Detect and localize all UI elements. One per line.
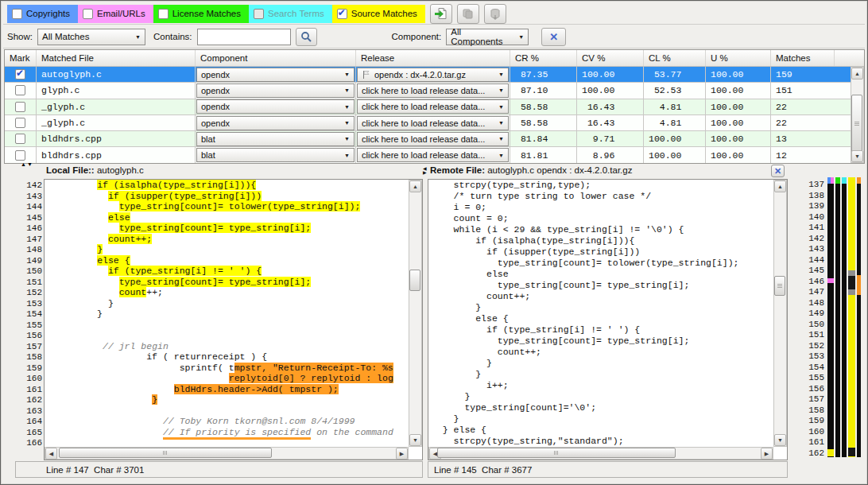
mark-cell (5, 67, 37, 82)
row-mark-checkbox[interactable] (15, 85, 25, 95)
line-number: 148 (15, 245, 42, 256)
code-line (48, 320, 409, 331)
remote-vscrollbar[interactable]: ▲ ▼ (773, 180, 787, 447)
column-header-mark[interactable]: Mark (5, 50, 37, 66)
release-select[interactable]: click here to load release data...▼ (357, 83, 509, 98)
contains-input[interactable] (197, 29, 291, 45)
scroll-left-arrow[interactable]: ◀ (45, 448, 57, 460)
scroll-down-arrow[interactable]: ▼ (409, 434, 421, 446)
column-header-cr-[interactable]: CR % (510, 50, 577, 66)
component-select[interactable]: opendx▼ (196, 68, 355, 82)
row-mark-checkbox[interactable] (15, 134, 25, 144)
code-line: } (432, 413, 773, 425)
line-number: 152 (791, 341, 824, 352)
scroll-down-arrow[interactable]: ▼ (774, 434, 786, 446)
scrollbar-thumb[interactable] (437, 448, 676, 458)
scroll-down-arrow[interactable]: ▼ (851, 150, 863, 162)
row-mark-checkbox[interactable] (15, 150, 25, 161)
license-column[interactable] (835, 177, 840, 457)
filter-chip-source-matches[interactable]: Source Matches (332, 5, 425, 23)
match-mark (827, 449, 834, 456)
horizontal-splitter[interactable]: ▲▼ (21, 161, 33, 167)
filter-checkbox[interactable] (158, 9, 169, 19)
table-row[interactable]: glyph.copendx▼click here to load release… (5, 83, 851, 99)
match-minimap[interactable] (827, 177, 861, 457)
local-vscrollbar[interactable]: ▲ ▼ (409, 180, 422, 447)
scroll-right-arrow[interactable]: ▶ (761, 448, 773, 460)
search-button[interactable] (296, 28, 317, 46)
line-number: 157 (791, 394, 824, 405)
copyrights-email-column[interactable] (827, 177, 834, 457)
component-select[interactable]: opendx▼ (196, 116, 355, 130)
clear-filter-button[interactable]: ✕ (541, 28, 566, 46)
column-header-cv-[interactable]: CV % (577, 50, 644, 66)
column-header-matches[interactable]: Matches (771, 50, 835, 66)
chevron-down-icon: ▼ (338, 120, 350, 126)
release-select[interactable]: click here to load release data...▼ (357, 132, 509, 146)
scrollbar-thumb[interactable] (59, 448, 272, 458)
scroll-up-arrow[interactable]: ▲ (851, 68, 863, 80)
table-row[interactable]: autoglyph.copendx▼opendx : dx-4.2.0.tar.… (5, 67, 851, 83)
component-select[interactable]: opendx▼ (196, 99, 355, 114)
release-select[interactable]: click here to load release data...▼ (357, 116, 509, 130)
column-header-release[interactable]: Release (356, 50, 510, 66)
filter-checkbox[interactable] (83, 9, 93, 19)
scroll-right-arrow[interactable]: ▶ (396, 448, 408, 460)
table-vscrollbar[interactable]: ▲ ▼ (851, 67, 864, 163)
table-row[interactable]: bldhdrs.cppblat▼click here to load relea… (5, 131, 851, 147)
copy-button[interactable] (457, 4, 479, 24)
local-hscrollbar[interactable]: ◀ ▶ (45, 447, 409, 460)
component-cell: blat▼ (196, 131, 356, 146)
table-row[interactable]: _glyph.copendx▼click here to load releas… (5, 99, 851, 115)
current-match-column[interactable] (857, 177, 861, 457)
scroll-up-arrow[interactable]: ▲ (409, 180, 421, 192)
filter-checkbox[interactable] (12, 9, 22, 19)
scrollbar-thumb[interactable] (774, 276, 785, 296)
scrollbar-thumb[interactable] (851, 95, 862, 153)
component-select[interactable]: All Components ▼ (446, 29, 529, 45)
remote-hscrollbar[interactable]: ◀ ▶ (428, 447, 773, 460)
database-button[interactable] (484, 4, 506, 24)
scrollbar-thumb[interactable] (409, 270, 420, 291)
component-select[interactable]: blat▼ (196, 132, 355, 146)
filter-checkbox[interactable] (254, 9, 264, 19)
release-select[interactable]: click here to load release data...▼ (357, 148, 509, 162)
release-select[interactable]: click here to load release data...▼ (357, 99, 509, 114)
cv-cell: 16.43 (577, 115, 644, 130)
line-number: 150 (791, 320, 824, 331)
row-mark-checkbox[interactable] (15, 118, 25, 128)
filter-chip-search-terms[interactable]: Search Terms (249, 5, 332, 23)
filter-chip-email-urls[interactable]: Email/URLs (78, 5, 153, 23)
filter-chip-copyrights[interactable]: Copyrights (7, 5, 78, 23)
table-row[interactable]: bldhdrs.cppblat▼click here to load relea… (5, 147, 851, 163)
mark-cell (5, 83, 37, 98)
column-header-component[interactable]: Component (196, 50, 356, 66)
export-matches-button[interactable] (430, 4, 452, 24)
column-header-cl-[interactable]: CL % (644, 50, 706, 66)
component-select[interactable]: blat▼ (196, 148, 355, 162)
row-mark-checkbox[interactable] (15, 102, 25, 112)
remote-code-view[interactable]: strcpy(type_string,type); /* turn type s… (428, 180, 773, 447)
remote-code-panel: strcpy(type_string,type); /* turn type s… (428, 179, 788, 460)
column-header-u-[interactable]: U % (706, 50, 771, 66)
code-line (48, 405, 409, 417)
search-terms-column[interactable] (842, 177, 847, 457)
chevron-down-icon: ▼ (492, 87, 504, 93)
line-number: 139 (791, 201, 824, 212)
source-match-column[interactable] (848, 177, 855, 457)
table-row[interactable]: _glyph.copendx▼click here to load releas… (5, 115, 851, 131)
release-select[interactable]: opendx : dx-4.2.0.tar.gz▼ (357, 68, 509, 82)
remote-line-numbers: 1371381391401411421431441451461471481491… (791, 180, 824, 459)
line-number: 161 (15, 385, 42, 396)
component-select[interactable]: opendx▼ (196, 83, 355, 98)
row-mark-checkbox[interactable] (15, 69, 25, 80)
column-header-matched-file[interactable]: Matched File (37, 50, 196, 66)
remote-close-button[interactable]: ✕ (771, 165, 785, 177)
mark-cell (5, 147, 37, 162)
local-code-view[interactable]: if (isalpha(type_string[i])){ if (isuppe… (45, 180, 409, 447)
filter-checkbox[interactable] (337, 9, 347, 19)
scroll-up-arrow[interactable]: ▲ (774, 180, 786, 192)
code-line: count++; (432, 291, 773, 302)
show-select[interactable]: All Matches ▼ (37, 29, 145, 45)
filter-chip-license-matches[interactable]: License Matches (153, 5, 249, 23)
